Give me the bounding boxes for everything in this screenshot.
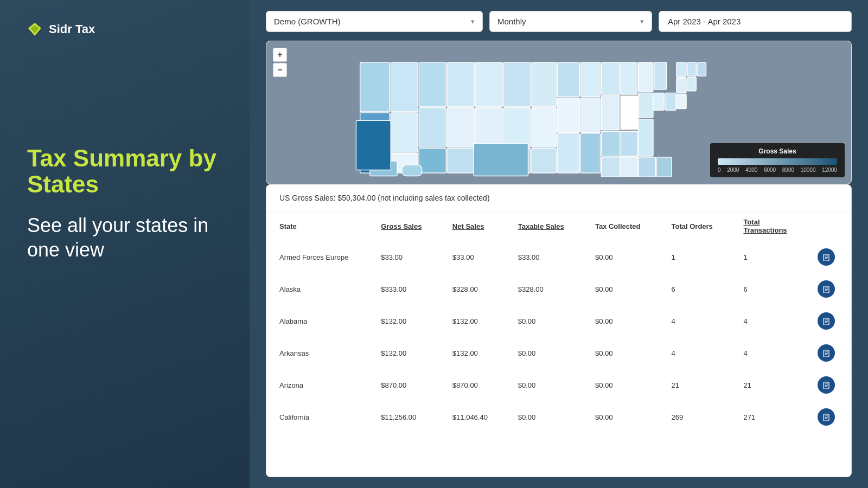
svg-rect-11 xyxy=(447,62,474,107)
col-gross-sales[interactable]: Gross Sales xyxy=(368,211,439,241)
svg-rect-49 xyxy=(676,94,686,108)
svg-rect-48 xyxy=(676,78,686,93)
cell-taxable-sales: $0.00 xyxy=(505,369,582,401)
svg-rect-8 xyxy=(419,62,446,107)
zoom-in-button[interactable]: + xyxy=(273,48,287,62)
cell-net-sales: $132.00 xyxy=(439,305,505,337)
demo-select-arrow: ▾ xyxy=(471,17,475,25)
view-details-button[interactable] xyxy=(818,408,835,426)
cell-total-transactions: 4 xyxy=(730,305,805,337)
cell-net-sales: $132.00 xyxy=(439,337,505,369)
demo-select-label: Demo (GROWTH) xyxy=(274,17,465,26)
cell-total-transactions: 1 xyxy=(730,241,805,273)
col-total-orders: Total Orders xyxy=(659,211,731,241)
cell-total-orders: 6 xyxy=(659,273,731,305)
cell-action xyxy=(805,401,851,433)
sidebar-title: Tax Summary by States xyxy=(27,145,222,198)
col-total-transactions: TotalTransactions xyxy=(730,211,805,241)
cell-action xyxy=(805,273,851,305)
svg-rect-30 xyxy=(601,95,620,130)
period-select-arrow: ▾ xyxy=(640,17,644,25)
map-area: + − Gross Sales 0 2000 4000 6000 8000 10… xyxy=(266,41,851,184)
svg-rect-12 xyxy=(447,108,474,147)
cell-state: California xyxy=(266,401,368,433)
svg-rect-23 xyxy=(557,62,579,97)
cell-gross-sales: $33.00 xyxy=(368,241,439,273)
svg-rect-42 xyxy=(656,157,671,177)
table-row: Armed Forces Europe $33.00 $33.00 $33.00… xyxy=(266,241,851,273)
cell-net-sales: $33.00 xyxy=(439,241,505,273)
svg-rect-26 xyxy=(580,62,600,97)
cell-net-sales: $870.00 xyxy=(439,369,505,401)
view-details-button[interactable] xyxy=(818,312,835,330)
cell-total-transactions: 6 xyxy=(730,273,805,305)
svg-rect-13 xyxy=(447,148,474,173)
svg-rect-43 xyxy=(653,93,664,110)
cell-gross-sales: $870.00 xyxy=(368,369,439,401)
svg-rect-20 xyxy=(532,62,557,107)
cell-state: Armed Forces Europe xyxy=(266,241,368,273)
date-range[interactable]: Apr 2023 - Apr 2023 xyxy=(659,11,852,32)
map-legend: Gross Sales 0 2000 4000 6000 8000 10000 … xyxy=(710,143,845,177)
cell-taxable-sales: $0.00 xyxy=(505,305,582,337)
cell-total-transactions: 271 xyxy=(730,401,805,433)
date-range-label: Apr 2023 - Apr 2023 xyxy=(668,17,741,26)
col-tax-collected: Tax Collected xyxy=(582,211,659,241)
svg-rect-41 xyxy=(639,157,656,177)
cell-state: Arizona xyxy=(266,369,368,401)
legend-label-2000: 2000 xyxy=(727,167,739,173)
svg-rect-44 xyxy=(665,93,676,110)
cell-tax-collected: $0.00 xyxy=(582,273,659,305)
legend-labels: 0 2000 4000 6000 8000 10000 12000 xyxy=(718,167,837,173)
logo-text: Sidr Tax xyxy=(49,22,95,36)
svg-rect-52 xyxy=(697,62,706,76)
svg-rect-36 xyxy=(639,93,653,118)
cell-total-transactions: 4 xyxy=(730,337,805,369)
cell-gross-sales: $11,256.00 xyxy=(368,401,439,433)
table-row: California $11,256.00 $11,046.40 $0.00 $… xyxy=(266,401,851,433)
col-state: State xyxy=(266,211,368,241)
main-content: Demo (GROWTH) ▾ Monthly ▾ Apr 2023 - Apr… xyxy=(250,0,868,488)
logo-icon xyxy=(27,22,42,37)
svg-rect-37 xyxy=(654,62,667,89)
legend-bar xyxy=(718,158,837,165)
legend-label-4000: 4000 xyxy=(745,167,757,173)
cell-action xyxy=(805,241,851,273)
view-details-button[interactable] xyxy=(818,376,835,394)
cell-total-orders: 269 xyxy=(659,401,731,433)
legend-label-0: 0 xyxy=(718,167,721,173)
cell-taxable-sales: $33.00 xyxy=(505,241,582,273)
cell-tax-collected: $0.00 xyxy=(582,305,659,337)
svg-rect-46 xyxy=(402,165,422,176)
svg-rect-38 xyxy=(620,131,637,156)
gross-sales-header: US Gross Sales: $50,304.00 (not includin… xyxy=(266,185,851,211)
col-net-sales[interactable]: Net Sales xyxy=(439,211,505,241)
period-select[interactable]: Monthly ▾ xyxy=(489,11,652,32)
map-controls: + − xyxy=(273,48,287,77)
svg-rect-14 xyxy=(475,62,502,107)
cell-tax-collected: $0.00 xyxy=(582,401,659,433)
svg-rect-22 xyxy=(532,148,557,173)
view-details-button[interactable] xyxy=(818,248,835,266)
col-action xyxy=(805,211,851,241)
cell-action xyxy=(805,305,851,337)
demo-select[interactable]: Demo (GROWTH) ▾ xyxy=(266,11,483,32)
svg-rect-9 xyxy=(419,108,446,147)
view-details-button[interactable] xyxy=(818,344,835,362)
view-details-button[interactable] xyxy=(818,280,835,298)
svg-rect-24 xyxy=(557,98,579,132)
svg-rect-51 xyxy=(687,77,696,91)
svg-rect-40 xyxy=(620,157,637,177)
logo-area: Sidr Tax xyxy=(27,22,222,37)
table-row: Alaska $333.00 $328.00 $328.00 $0.00 6 6 xyxy=(266,273,851,305)
table-row: Alabama $132.00 $132.00 $0.00 $0.00 4 4 xyxy=(266,305,851,337)
svg-rect-2 xyxy=(360,62,390,112)
cell-net-sales: $11,046.40 xyxy=(439,401,505,433)
zoom-out-button[interactable]: − xyxy=(273,63,287,77)
col-taxable-sales[interactable]: Taxable Sales xyxy=(505,211,582,241)
svg-rect-21 xyxy=(532,108,557,147)
svg-rect-10 xyxy=(419,148,446,173)
cell-gross-sales: $132.00 xyxy=(368,337,439,369)
cell-action xyxy=(805,369,851,401)
table-header-row: State Gross Sales Net Sales Taxable Sale… xyxy=(266,211,851,241)
